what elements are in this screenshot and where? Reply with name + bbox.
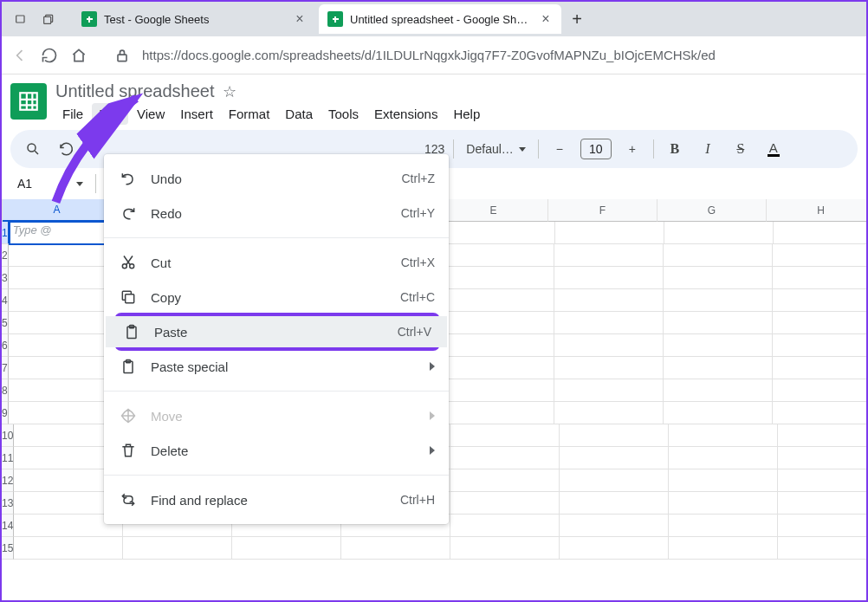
cell[interactable] — [450, 492, 560, 515]
cell[interactable] — [9, 357, 118, 379]
increase-font-button[interactable]: + — [620, 137, 645, 161]
cell[interactable] — [669, 492, 778, 515]
lock-icon[interactable] — [113, 46, 132, 65]
star-icon[interactable]: ☆ — [223, 82, 236, 101]
cell[interactable] — [664, 222, 774, 244]
cell[interactable] — [664, 312, 773, 334]
row-header[interactable]: 4 — [2, 289, 9, 312]
row-header[interactable]: 9 — [2, 402, 9, 424]
window-control-icon[interactable] — [36, 7, 61, 31]
cell[interactable] — [123, 537, 232, 560]
cell[interactable] — [669, 447, 778, 469]
cell[interactable] — [450, 447, 560, 469]
cell[interactable] — [9, 312, 118, 334]
row-header[interactable]: 14 — [2, 515, 14, 537]
cell[interactable] — [232, 537, 341, 560]
cell[interactable] — [669, 537, 778, 560]
cell[interactable] — [560, 492, 669, 515]
cell[interactable] — [664, 402, 773, 424]
font-size-input[interactable]: 10 — [580, 139, 612, 159]
menu-find-replace[interactable]: Find and replace Ctrl+H — [104, 482, 449, 517]
cell[interactable] — [554, 334, 664, 357]
menu-extensions[interactable]: Extensions — [367, 103, 444, 125]
search-icon[interactable] — [21, 137, 45, 161]
cell[interactable] — [669, 515, 778, 537]
menu-file[interactable]: File — [55, 103, 90, 125]
url-text[interactable]: https://docs.google.com/spreadsheets/d/1… — [142, 48, 858, 62]
cell[interactable] — [560, 537, 669, 560]
cell[interactable] — [773, 357, 868, 379]
cell[interactable] — [773, 334, 868, 357]
cell[interactable] — [773, 379, 868, 402]
cell[interactable] — [445, 379, 554, 402]
cell[interactable] — [445, 289, 554, 312]
menu-delete[interactable]: Delete — [104, 433, 449, 468]
cell[interactable] — [773, 267, 868, 289]
row-header[interactable]: 5 — [2, 312, 9, 334]
cell[interactable] — [554, 244, 664, 267]
cell[interactable] — [445, 357, 554, 379]
cell[interactable] — [555, 222, 664, 244]
cell[interactable] — [664, 334, 773, 357]
italic-button[interactable]: I — [696, 137, 720, 161]
cell[interactable] — [9, 334, 118, 357]
cell[interactable] — [664, 379, 773, 402]
menu-cut[interactable]: Cut Ctrl+X — [104, 245, 449, 280]
cell[interactable] — [9, 267, 118, 289]
sheets-logo-icon[interactable] — [10, 83, 47, 120]
menu-help[interactable]: Help — [446, 103, 487, 125]
browser-tab-active[interactable]: Untitled spreadsheet - Google Sheets × — [319, 4, 561, 34]
cell[interactable] — [664, 244, 773, 267]
cell[interactable]: Type @ — [10, 222, 119, 244]
text-color-button[interactable]: A — [761, 137, 786, 161]
menu-undo[interactable]: Undo Ctrl+Z — [104, 161, 449, 196]
row-header[interactable]: 15 — [2, 537, 14, 560]
decrease-font-button[interactable]: − — [547, 137, 572, 161]
browser-tab-inactive[interactable]: Test - Google Sheets × — [73, 4, 315, 34]
cell[interactable] — [341, 537, 450, 560]
column-header[interactable]: E — [439, 199, 548, 222]
cell[interactable] — [664, 267, 773, 289]
cell[interactable] — [554, 357, 664, 379]
cell[interactable] — [773, 312, 868, 334]
cell[interactable] — [445, 244, 554, 267]
row-header[interactable]: 11 — [2, 447, 14, 469]
column-header[interactable]: G — [657, 199, 767, 222]
row-header[interactable]: 12 — [2, 469, 14, 492]
cell[interactable] — [778, 424, 868, 447]
cell[interactable] — [445, 312, 554, 334]
cell[interactable] — [560, 447, 669, 469]
menu-tools[interactable]: Tools — [321, 103, 366, 125]
cell[interactable] — [554, 289, 664, 312]
cell[interactable] — [9, 244, 118, 267]
row-header[interactable]: 6 — [2, 334, 9, 357]
cell[interactable] — [664, 357, 773, 379]
strikethrough-button[interactable]: S — [729, 137, 753, 161]
font-selector[interactable]: Defaul… — [463, 142, 528, 156]
cell[interactable] — [9, 289, 118, 312]
cell[interactable] — [450, 515, 560, 537]
cell[interactable] — [773, 402, 868, 424]
column-header[interactable]: H — [767, 199, 868, 222]
cell[interactable] — [9, 379, 118, 402]
row-header[interactable]: 8 — [2, 379, 9, 402]
cell[interactable] — [664, 289, 773, 312]
cell[interactable] — [450, 424, 560, 447]
cell[interactable] — [14, 537, 123, 560]
cell[interactable] — [773, 244, 868, 267]
cell[interactable] — [669, 424, 778, 447]
cell[interactable] — [560, 424, 669, 447]
close-icon[interactable]: × — [539, 12, 553, 26]
row-header[interactable]: 10 — [2, 424, 14, 447]
bold-button[interactable]: B — [663, 137, 687, 161]
menu-data[interactable]: Data — [278, 103, 320, 125]
row-header[interactable]: 13 — [2, 492, 14, 515]
row-header[interactable]: 1 — [2, 222, 10, 244]
window-control-icon[interactable] — [9, 7, 33, 31]
cell[interactable] — [445, 402, 554, 424]
menu-redo[interactable]: Redo Ctrl+Y — [104, 196, 449, 230]
cell[interactable] — [669, 469, 778, 492]
refresh-icon[interactable] — [40, 46, 59, 65]
cell[interactable] — [445, 334, 554, 357]
menu-copy[interactable]: Copy Ctrl+C — [104, 280, 449, 314]
